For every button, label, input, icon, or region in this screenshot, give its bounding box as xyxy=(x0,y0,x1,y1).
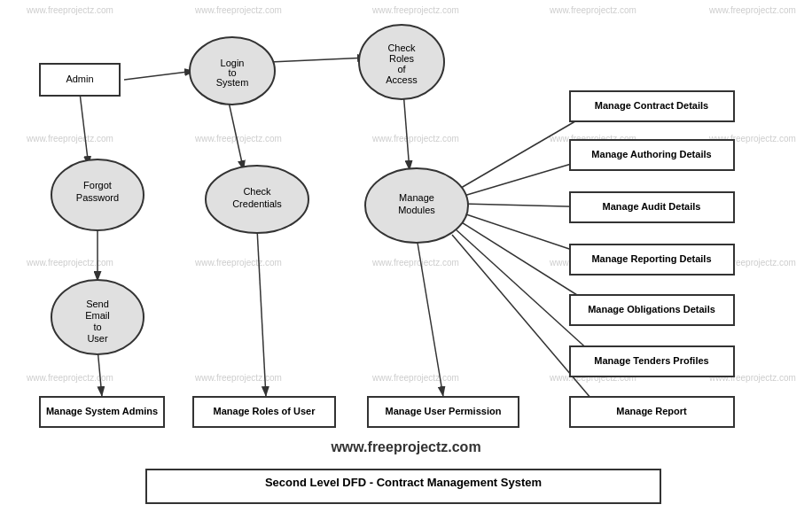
website-text: www.freeprojectz.com xyxy=(330,439,480,454)
check-roles-label-2: Roles xyxy=(389,53,415,64)
forgot-label-1: Forgot xyxy=(83,180,112,190)
arrow-admin-forgot xyxy=(80,93,89,167)
send-email-label-1: Send xyxy=(86,299,109,309)
watermark-1: www.freeprojectz.com xyxy=(26,5,113,15)
send-email-label-3: to xyxy=(93,322,101,332)
manage-modules-label-1: Manage xyxy=(399,192,434,203)
title-text: Second Level DFD - Contract Management S… xyxy=(265,476,542,489)
manage-report-label: Manage Report xyxy=(616,406,687,416)
manage-obligations-label: Manage Obligations Details xyxy=(588,304,715,314)
manage-reporting-label: Manage Reporting Details xyxy=(591,253,711,264)
manage-contract-label: Manage Contract Details xyxy=(595,100,708,111)
watermark-4: www.freeprojectz.com xyxy=(549,5,636,15)
manage-roles-label: Manage Roles of User xyxy=(214,406,316,416)
check-cred-label-2: Credentials xyxy=(232,198,282,209)
login-label-3: System xyxy=(216,77,249,88)
send-email-label-2: Email xyxy=(85,310,110,321)
manage-audit-label: Manage Audit Details xyxy=(603,201,701,212)
watermark-8: www.freeprojectz.com xyxy=(371,134,459,144)
watermark-18: www.freeprojectz.com xyxy=(371,373,459,383)
manage-modules-label-2: Modules xyxy=(398,205,435,215)
manage-tenders-label: Manage Tenders Profiles xyxy=(594,355,708,366)
manage-sys-admins-label: Manage System Admins xyxy=(46,406,158,416)
watermark-11: www.freeprojectz.com xyxy=(26,258,113,268)
dfd-diagram: www.freeprojectz.com www.freeprojectz.co… xyxy=(0,0,812,520)
arrow-admin-login xyxy=(124,71,195,80)
arrow-login-checkroles xyxy=(270,58,368,62)
check-roles-label-1: Check xyxy=(387,43,416,53)
forgot-label-2: Password xyxy=(76,192,119,203)
diagram-container: www.freeprojectz.com www.freeprojectz.co… xyxy=(0,0,812,520)
watermark-12: www.freeprojectz.com xyxy=(194,258,282,268)
arrow-checkroles-manage xyxy=(403,91,410,171)
arrow-checkcred-manageroles xyxy=(257,229,266,397)
watermark-5: www.freeprojectz.com xyxy=(708,5,796,15)
watermark-17: www.freeprojectz.com xyxy=(194,373,282,383)
check-roles-label-4: Access xyxy=(386,74,418,85)
check-roles-label-3: of xyxy=(397,64,406,74)
check-cred-label-1: Check xyxy=(243,186,271,197)
send-email-label-4: User xyxy=(87,333,108,344)
admin-label: Admin xyxy=(66,74,93,84)
manage-user-perm-label: Manage User Permission xyxy=(386,406,502,416)
watermark-13: www.freeprojectz.com xyxy=(371,258,459,268)
manage-authoring-label: Manage Authoring Details xyxy=(591,149,711,159)
watermark-2: www.freeprojectz.com xyxy=(194,5,282,15)
watermark-3: www.freeprojectz.com xyxy=(371,5,459,15)
watermark-6: www.freeprojectz.com xyxy=(26,134,113,144)
